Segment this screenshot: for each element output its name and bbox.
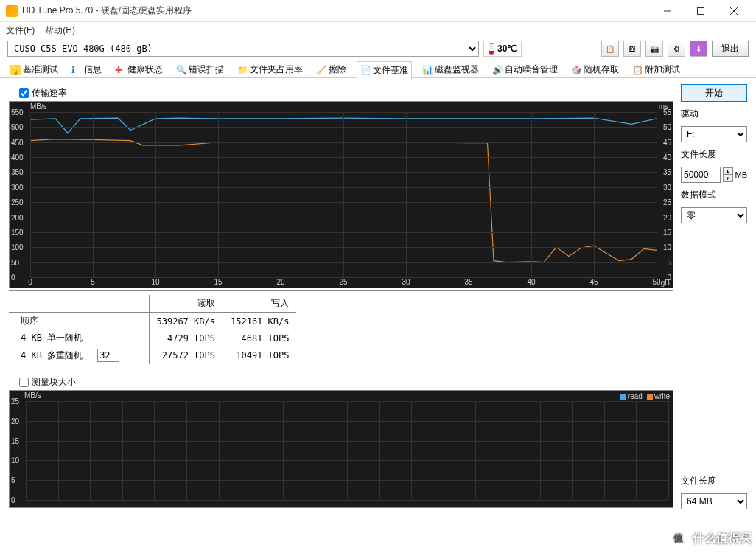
toolbar: CUSO C5S-EVO 480G (480 gB) 30℃ 📋 🖼 📷 ⚙ ⬇… <box>0 38 756 59</box>
settings-button[interactable]: ⚙ <box>668 41 685 57</box>
table-row: 4 KB 多重随机32 27572 IOPS 10491 IOPS <box>9 347 296 364</box>
block-size-checkbox[interactable] <box>19 378 29 387</box>
watermark-icon: 值 <box>668 528 688 549</box>
tab-disk-monitor[interactable]: 📊磁盘监视器 <box>419 61 482 78</box>
tab-error-scan[interactable]: 🔍错误扫描 <box>173 61 227 78</box>
tab-erase[interactable]: 🧹擦除 <box>313 61 349 78</box>
tab-health[interactable]: ✚健康状态 <box>112 61 166 78</box>
tab-info[interactable]: ℹ信息 <box>69 61 105 78</box>
content-area: 传输速率 MB/s ms gB 050100150200250300350400… <box>0 78 756 515</box>
read-header: 读取 <box>149 295 223 313</box>
screenshot-button[interactable]: 🖼 <box>623 41 641 57</box>
temperature-value: 30℃ <box>497 44 517 54</box>
side-panel: 开始 驱动 F: 文件长度 50000 ▲▼ MB 数据模式 零 文件长度 64… <box>681 84 747 509</box>
data-mode-label: 数据模式 <box>681 189 747 201</box>
file-length-input[interactable]: 50000 <box>681 167 721 183</box>
transfer-rate-label: 传输速率 <box>32 87 67 100</box>
exit-button[interactable]: 退出 <box>712 41 749 57</box>
file-length2-select[interactable]: 64 MB <box>681 493 747 509</box>
file-length-unit: MB <box>735 170 748 179</box>
minimize-button[interactable] <box>651 0 684 22</box>
drive-letter-select[interactable]: F: <box>681 126 747 142</box>
window-title: HD Tune Pro 5.70 - 硬盘/固态硬盘实用程序 <box>22 4 651 17</box>
queue-depth-spinner[interactable]: 32 <box>97 349 119 362</box>
titlebar: HD Tune Pro 5.70 - 硬盘/固态硬盘实用程序 <box>0 0 756 22</box>
svg-rect-1 <box>697 7 704 14</box>
tab-random-access[interactable]: 🎲随机存取 <box>568 61 622 78</box>
table-row: 4 KB 单一随机 4729 IOPS 4681 IOPS <box>9 330 296 347</box>
tab-extra[interactable]: 📋附加测试 <box>629 61 683 78</box>
y-axis-unit: MB/s <box>24 392 41 400</box>
tab-file-benchmark[interactable]: 📄文件基准 <box>357 61 412 80</box>
table-row: 顺序 539267 KB/s 152161 KB/s <box>9 313 296 330</box>
tab-bar: 💡基准测试 ℹ信息 ✚健康状态 🔍错误扫描 📁文件夹占用率 🧹擦除 📄文件基准 … <box>0 59 756 78</box>
maximize-button[interactable] <box>684 0 717 22</box>
file-length2-label: 文件长度 <box>681 475 747 487</box>
temperature-display: 30℃ <box>483 41 522 57</box>
block-size-chart: MB/s read write 0510152025 <box>9 390 673 508</box>
watermark-text: 什么值得买 <box>693 531 752 546</box>
y-axis-left-unit: MB/s <box>30 102 47 111</box>
block-size-label: 测量块大小 <box>32 376 76 389</box>
file-length-label: 文件长度 <box>681 148 747 161</box>
camera-button[interactable]: 📷 <box>645 41 663 57</box>
tab-aam[interactable]: 🔊自动噪音管理 <box>489 61 561 78</box>
app-icon <box>6 5 18 17</box>
tab-benchmark[interactable]: 💡基准测试 <box>7 61 61 78</box>
transfer-rate-checkbox[interactable] <box>19 88 29 98</box>
menubar: 文件(F) 帮助(H) <box>0 22 756 38</box>
thermometer-icon <box>489 43 494 55</box>
chart-legend: read write <box>620 392 670 400</box>
menu-file[interactable]: 文件(F) <box>6 24 35 37</box>
watermark: 值 什么值得买 <box>668 528 752 549</box>
transfer-rate-chart: MB/s ms gB 05010015020025030035040045050… <box>9 101 673 288</box>
save-button[interactable]: ⬇ <box>690 41 707 57</box>
drive-select[interactable]: CUSO C5S-EVO 480G (480 gB) <box>7 41 479 57</box>
file-length-spinner[interactable]: ▲▼ <box>723 167 733 182</box>
menu-help[interactable]: 帮助(H) <box>45 24 75 37</box>
data-mode-select[interactable]: 零 <box>681 207 747 223</box>
results-table: 读取 写入 顺序 539267 KB/s 152161 KB/s 4 KB 单一… <box>9 290 673 373</box>
copy-button[interactable]: 📋 <box>601 41 619 57</box>
close-button[interactable] <box>717 0 750 22</box>
start-button[interactable]: 开始 <box>681 84 747 102</box>
drive-label: 驱动 <box>681 108 747 120</box>
write-header: 写入 <box>223 295 296 313</box>
tab-folder-usage[interactable]: 📁文件夹占用率 <box>234 61 306 78</box>
